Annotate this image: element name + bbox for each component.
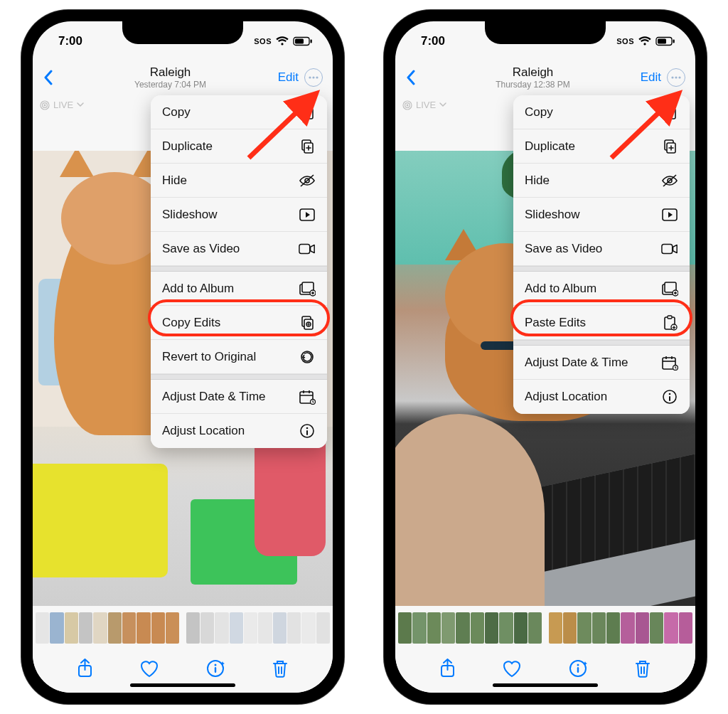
scrubber-thumb[interactable]: [166, 612, 179, 644]
photo-viewport[interactable]: LIVE CopyDupl: [395, 94, 695, 606]
more-button[interactable]: [304, 68, 323, 87]
scrubber-thumb[interactable]: [679, 612, 692, 644]
scrubber-thumb[interactable]: [528, 612, 542, 644]
menu-item-paste-edits[interactable]: Paste Edits: [513, 306, 690, 340]
scrubber-thumb[interactable]: [93, 612, 107, 644]
live-badge: LIVE: [402, 100, 446, 110]
scrubber-thumb[interactable]: [36, 612, 49, 644]
scrubber-thumb[interactable]: [398, 612, 412, 644]
info-button[interactable]: [205, 659, 225, 678]
menu-item-label: Add to Album: [525, 282, 596, 296]
play-rect-icon: [299, 208, 316, 222]
scrubber-thumb[interactable]: [664, 612, 678, 644]
scrubber-thumb[interactable]: [186, 612, 200, 644]
menu-item-label: Adjust Date & Time: [162, 390, 266, 404]
scrubber-thumb[interactable]: [200, 612, 214, 644]
scrubber-thumb[interactable]: [230, 612, 243, 644]
scrubber-thumb[interactable]: [244, 612, 257, 644]
scrubber-thumb[interactable]: [316, 612, 330, 644]
edit-button[interactable]: Edit: [278, 70, 299, 85]
svg-point-67: [669, 393, 671, 395]
scrubber-thumb[interactable]: [621, 612, 634, 644]
menu-item-adjust-location[interactable]: Adjust Location: [513, 380, 690, 414]
scrubber-thumb[interactable]: [549, 612, 562, 644]
menu-item-adjust-location[interactable]: Adjust Location: [151, 414, 327, 448]
favorite-button[interactable]: [502, 659, 522, 678]
info-button[interactable]: [568, 659, 588, 678]
svg-rect-2: [311, 40, 312, 43]
photo-scrubber[interactable]: [33, 606, 333, 650]
menu-item-hide[interactable]: Hide: [513, 164, 690, 198]
menu-item-revert-to-original[interactable]: Revert to Original: [151, 340, 327, 374]
scrubber-thumb[interactable]: [273, 612, 287, 644]
scrubber-thumb[interactable]: [65, 612, 78, 644]
scrubber-thumb[interactable]: [50, 612, 63, 644]
photo-scrubber[interactable]: [395, 606, 695, 650]
menu-item-label: Revert to Original: [162, 350, 256, 364]
scrubber-thumb[interactable]: [79, 612, 92, 644]
scrubber-thumb[interactable]: [563, 612, 577, 644]
menu-item-label: Duplicate: [525, 139, 575, 154]
home-indicator[interactable]: [493, 683, 598, 687]
menu-item-save-as-video[interactable]: Save as Video: [151, 232, 327, 266]
svg-point-4: [312, 76, 314, 78]
scrubber-thumb[interactable]: [514, 612, 528, 644]
more-button[interactable]: [667, 68, 685, 87]
scrubber-thumb[interactable]: [456, 612, 469, 644]
scrubber-thumb[interactable]: [592, 612, 606, 644]
scrubber-thumb[interactable]: [499, 612, 513, 644]
svg-rect-68: [669, 396, 670, 401]
menu-item-add-to-album[interactable]: Add to Album: [513, 272, 690, 306]
nav-title: Raleigh: [78, 65, 262, 80]
scrubber-thumb[interactable]: [136, 612, 150, 644]
menu-item-hide[interactable]: Hide: [151, 164, 327, 198]
scrubber-thumb[interactable]: [606, 612, 620, 644]
scrubber-thumb[interactable]: [301, 612, 315, 644]
edit-button[interactable]: Edit: [641, 70, 661, 85]
scrubber-thumb[interactable]: [108, 612, 122, 644]
menu-item-duplicate[interactable]: Duplicate: [513, 129, 690, 164]
menu-item-slideshow[interactable]: Slideshow: [513, 198, 690, 232]
scrubber-thumb[interactable]: [485, 612, 498, 644]
favorite-button[interactable]: [139, 659, 159, 678]
battery-icon: [293, 36, 313, 46]
scrubber-thumb[interactable]: [122, 612, 136, 644]
menu-item-copy-edits[interactable]: Copy Edits: [151, 306, 327, 340]
share-button[interactable]: [439, 659, 456, 678]
scrubber-thumb[interactable]: [151, 612, 165, 644]
delete-button[interactable]: [272, 659, 289, 678]
menu-item-adjust-date-time[interactable]: Adjust Date & Time: [151, 380, 327, 414]
menu-item-copy[interactable]: Copy: [513, 95, 690, 129]
menu-item-duplicate[interactable]: Duplicate: [151, 129, 327, 164]
svg-rect-10: [305, 109, 313, 119]
scrubber-thumb[interactable]: [441, 612, 455, 644]
back-button[interactable]: [43, 70, 54, 85]
svg-rect-39: [658, 39, 666, 44]
scrubber-thumb[interactable]: [471, 612, 484, 644]
menu-item-slideshow[interactable]: Slideshow: [151, 198, 327, 232]
menu-item-copy[interactable]: Copy: [151, 95, 327, 129]
menu-item-label: Copy Edits: [162, 316, 220, 330]
wifi-icon: [638, 36, 651, 46]
scrubber-thumb[interactable]: [287, 612, 301, 644]
album-add-icon: [299, 281, 316, 297]
eye-slash-icon: [661, 174, 678, 188]
menu-item-label: Slideshow: [525, 208, 580, 222]
svg-point-36: [214, 664, 216, 666]
share-button[interactable]: [77, 659, 93, 678]
scrubber-thumb[interactable]: [215, 612, 228, 644]
photo-viewport[interactable]: LIVE CopyDuplicateHideSlid: [33, 94, 333, 606]
scrubber-thumb[interactable]: [412, 612, 426, 644]
scrubber-thumb[interactable]: [258, 612, 272, 644]
menu-item-save-as-video[interactable]: Save as Video: [513, 232, 690, 266]
menu-item-label: Adjust Location: [162, 424, 245, 438]
menu-item-adjust-date-time[interactable]: Adjust Date & Time: [513, 346, 690, 380]
scrubber-thumb[interactable]: [636, 612, 649, 644]
back-button[interactable]: [405, 70, 417, 85]
menu-item-add-to-album[interactable]: Add to Album: [151, 272, 327, 306]
scrubber-thumb[interactable]: [577, 612, 591, 644]
scrubber-thumb[interactable]: [650, 612, 663, 644]
home-indicator[interactable]: [130, 683, 235, 687]
scrubber-thumb[interactable]: [427, 612, 441, 644]
delete-button[interactable]: [634, 659, 651, 678]
